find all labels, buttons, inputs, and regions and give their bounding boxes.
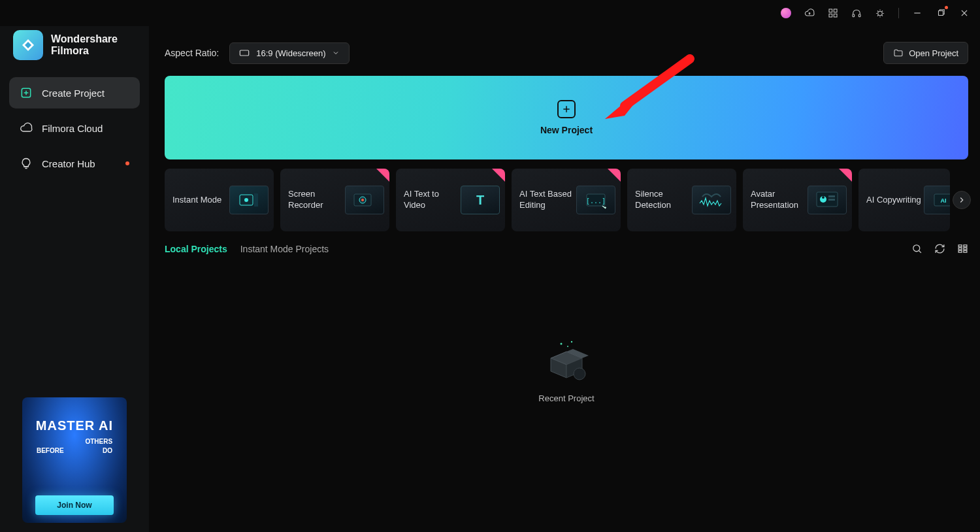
plus-square-icon bbox=[20, 86, 33, 99]
svg-rect-1 bbox=[834, 9, 837, 12]
new-badge-icon bbox=[492, 169, 505, 182]
minimize-icon[interactable] bbox=[912, 8, 923, 18]
svg-point-50 bbox=[567, 346, 568, 347]
feature-thumb-icon: T bbox=[461, 186, 500, 214]
svg-text:[...]: [...] bbox=[586, 197, 606, 205]
aspect-ratio-value: 16:9 (Widescreen) bbox=[256, 48, 325, 58]
sidebar-item-label: Filmora Cloud bbox=[42, 123, 103, 134]
new-badge-icon bbox=[376, 169, 389, 182]
svg-line-36 bbox=[919, 251, 921, 253]
aspect-ratio-select[interactable]: 16:9 (Widescreen) bbox=[229, 42, 350, 64]
svg-rect-40 bbox=[964, 245, 967, 247]
bug-icon[interactable] bbox=[875, 8, 885, 18]
titlebar-divider bbox=[898, 8, 899, 18]
svg-rect-20 bbox=[254, 193, 258, 207]
feature-thumb-icon bbox=[345, 186, 384, 214]
features-next-button[interactable] bbox=[953, 191, 971, 209]
open-project-label: Open Project bbox=[909, 48, 958, 58]
maximize-icon[interactable] bbox=[936, 8, 946, 18]
sidebar-item-label: Create Project bbox=[42, 88, 105, 99]
promo-title: MASTER AI bbox=[36, 418, 113, 433]
feature-thumb-icon bbox=[229, 186, 269, 214]
svg-point-35 bbox=[913, 245, 920, 252]
svg-rect-39 bbox=[958, 250, 962, 252]
plus-icon bbox=[557, 100, 576, 118]
feature-thumb-icon bbox=[808, 186, 847, 214]
svg-rect-8 bbox=[939, 11, 943, 16]
tab-local-projects[interactable]: Local Projects bbox=[165, 244, 227, 254]
sidebar-item-creator-hub[interactable]: Creator Hub bbox=[9, 148, 140, 179]
feature-ai-text-to-video[interactable]: AI Text to Video T bbox=[396, 169, 505, 231]
sidebar-item-label: Creator Hub bbox=[42, 158, 95, 169]
svg-rect-3 bbox=[834, 14, 837, 17]
svg-rect-5 bbox=[858, 14, 860, 16]
tab-instant-mode-projects[interactable]: Instant Mode Projects bbox=[240, 244, 329, 254]
avatar-icon[interactable] bbox=[781, 8, 791, 18]
svg-point-6 bbox=[878, 11, 883, 16]
empty-box-icon bbox=[538, 339, 595, 384]
svg-point-30 bbox=[822, 196, 825, 199]
search-icon[interactable] bbox=[911, 243, 923, 254]
feature-ai-text-based-editing[interactable]: AI Text Based Editing [...] bbox=[512, 169, 621, 231]
feature-instant-mode[interactable]: Instant Mode bbox=[165, 169, 274, 231]
svg-rect-37 bbox=[958, 245, 962, 247]
svg-rect-32 bbox=[828, 199, 835, 201]
aspect-ratio-label: Aspect Ratio: bbox=[165, 48, 219, 58]
features-row: Instant Mode Screen Recorder AI Text to … bbox=[165, 169, 968, 231]
top-row: Aspect Ratio: 16:9 (Widescreen) Open Pro… bbox=[165, 42, 968, 64]
chevron-down-icon bbox=[332, 49, 340, 57]
project-tabs: Local Projects Instant Mode Projects bbox=[165, 243, 968, 254]
feature-thumb-icon: [...] bbox=[576, 186, 615, 214]
svg-rect-0 bbox=[829, 9, 832, 12]
view-grid-icon[interactable] bbox=[957, 243, 968, 254]
new-badge-icon bbox=[608, 169, 621, 182]
folder-icon bbox=[893, 48, 904, 58]
feature-ai-copywriting[interactable]: AI Copywriting AI bbox=[858, 169, 950, 231]
notification-dot-icon bbox=[125, 161, 129, 165]
svg-rect-38 bbox=[958, 248, 962, 250]
svg-rect-31 bbox=[828, 195, 835, 197]
refresh-icon[interactable] bbox=[934, 243, 945, 254]
open-project-button[interactable]: Open Project bbox=[883, 42, 968, 64]
headset-icon[interactable] bbox=[851, 8, 862, 18]
svg-text:AI: AI bbox=[941, 197, 947, 204]
titlebar bbox=[0, 0, 980, 26]
recent-projects-empty: Recent Project bbox=[165, 259, 968, 482]
svg-rect-4 bbox=[853, 14, 855, 16]
apps-grid-icon[interactable] bbox=[828, 8, 838, 18]
cloud-icon bbox=[20, 122, 33, 135]
brand-logo-icon bbox=[13, 30, 43, 60]
brand-line2: Filmora bbox=[51, 45, 118, 57]
lightbulb-icon bbox=[20, 157, 33, 170]
empty-label: Recent Project bbox=[538, 393, 594, 403]
sidebar-item-filmora-cloud[interactable]: Filmora Cloud bbox=[9, 112, 140, 144]
new-project-label: New Project bbox=[540, 125, 593, 135]
sidebar: Wondershare Filmora Create Project Filmo… bbox=[0, 26, 149, 532]
feature-screen-recorder[interactable]: Screen Recorder bbox=[280, 169, 389, 231]
svg-point-21 bbox=[244, 198, 248, 202]
promo-subtitle: BEFORE OTHERSDO bbox=[37, 437, 112, 456]
monitor-icon bbox=[239, 49, 250, 57]
feature-silence-detection[interactable]: Silence Detection bbox=[627, 169, 736, 231]
svg-rect-41 bbox=[964, 248, 967, 250]
main: Aspect Ratio: 16:9 (Widescreen) Open Pro… bbox=[149, 26, 980, 532]
promo-join-button[interactable]: Join Now bbox=[35, 495, 114, 515]
feature-thumb-icon: AI bbox=[924, 186, 950, 214]
feature-avatar-presentation[interactable]: Avatar Presentation bbox=[743, 169, 852, 231]
svg-rect-42 bbox=[964, 250, 967, 252]
close-icon[interactable] bbox=[959, 8, 970, 18]
new-project-button[interactable]: New Project bbox=[165, 76, 968, 159]
svg-point-47 bbox=[574, 368, 585, 380]
cloud-upload-icon[interactable] bbox=[804, 8, 815, 18]
svg-point-24 bbox=[361, 199, 364, 201]
svg-point-48 bbox=[561, 342, 563, 344]
promo-card[interactable]: MASTER AI BEFORE OTHERSDO Join Now bbox=[22, 397, 127, 523]
brand-line1: Wondershare bbox=[51, 33, 118, 45]
new-badge-icon bbox=[839, 169, 852, 182]
sidebar-item-create-project[interactable]: Create Project bbox=[9, 77, 140, 108]
brand: Wondershare Filmora bbox=[13, 30, 136, 60]
svg-point-49 bbox=[571, 341, 572, 342]
feature-thumb-icon bbox=[692, 186, 731, 214]
svg-rect-2 bbox=[829, 14, 832, 17]
svg-rect-16 bbox=[240, 50, 249, 56]
